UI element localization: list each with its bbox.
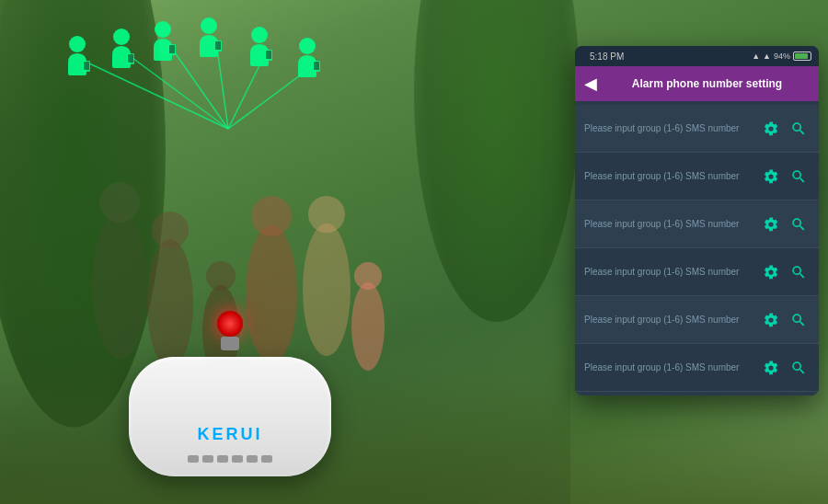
- phone-input-3[interactable]: Please input group (1-6) SMS number: [584, 219, 754, 229]
- phone-row-6: Please input group (1-6) SMS number: [575, 344, 819, 392]
- gear-icon-3[interactable]: [760, 213, 782, 235]
- status-icons: ▲ ▲ 94%: [752, 52, 811, 61]
- phone-input-5[interactable]: Please input group (1-6) SMS number: [584, 315, 754, 325]
- phone-row-5: Please input group (1-6) SMS number: [575, 296, 819, 344]
- phone-input-1[interactable]: Please input group (1-6) SMS number: [584, 123, 754, 133]
- wifi-icon: ▲: [763, 52, 771, 61]
- phone-row-4: Please input group (1-6) SMS number: [575, 248, 819, 296]
- phone-header: ◀ Alarm phone number setting: [575, 66, 819, 101]
- search-icon-4[interactable]: [788, 261, 810, 283]
- battery-percent: 94%: [774, 52, 790, 61]
- gear-icon-6[interactable]: [760, 357, 782, 379]
- search-icon-5[interactable]: [788, 309, 810, 331]
- phone-panel: 5:18 PM ▲ ▲ 94% ◀ Alarm phone number set…: [575, 46, 819, 395]
- search-icon-6[interactable]: [788, 357, 810, 379]
- hub-buttons: [188, 455, 272, 463]
- phone-input-2[interactable]: Please input group (1-6) SMS number: [584, 171, 754, 181]
- signal-icon: ▲: [752, 52, 760, 61]
- hub-btn-6: [261, 455, 272, 463]
- phone-input-4[interactable]: Please input group (1-6) SMS number: [584, 267, 754, 277]
- search-icon-1[interactable]: [788, 118, 810, 140]
- phone-rows-list: Please input group (1-6) SMS number Plea…: [575, 101, 819, 395]
- gear-icon-5[interactable]: [760, 309, 782, 331]
- gear-icon-4[interactable]: [760, 261, 782, 283]
- hub-btn-1: [188, 455, 199, 463]
- gear-icon-1[interactable]: [760, 118, 782, 140]
- header-title: Alarm phone number setting: [604, 77, 810, 90]
- search-icon-2[interactable]: [788, 166, 810, 188]
- hub-light-assembly: [216, 311, 244, 343]
- status-time: 5:18 PM: [590, 52, 624, 62]
- search-icon-3[interactable]: [788, 213, 810, 235]
- phone-input-6[interactable]: Please input group (1-6) SMS number: [584, 362, 754, 372]
- phone-row-3: Please input group (1-6) SMS number: [575, 200, 819, 248]
- hub-btn-3: [217, 455, 228, 463]
- hub-red-light: [217, 311, 243, 337]
- phone-row-1: Please input group (1-6) SMS number: [575, 105, 819, 153]
- battery-fill: [795, 53, 808, 59]
- status-bar: 5:18 PM ▲ ▲ 94%: [575, 46, 819, 66]
- hub-body: KERUI: [129, 357, 331, 476]
- hub-btn-5: [247, 455, 258, 463]
- hub-btn-2: [202, 455, 213, 463]
- back-button[interactable]: ◀: [584, 74, 597, 94]
- hub-device: KERUI: [129, 329, 331, 476]
- phone-row-2: Please input group (1-6) SMS number: [575, 153, 819, 200]
- hub-btn-4: [232, 455, 243, 463]
- battery-indicator: [793, 52, 811, 61]
- hub-brand-label: KERUI: [197, 425, 262, 444]
- gear-icon-2[interactable]: [760, 166, 782, 188]
- hub-light-base: [221, 337, 239, 350]
